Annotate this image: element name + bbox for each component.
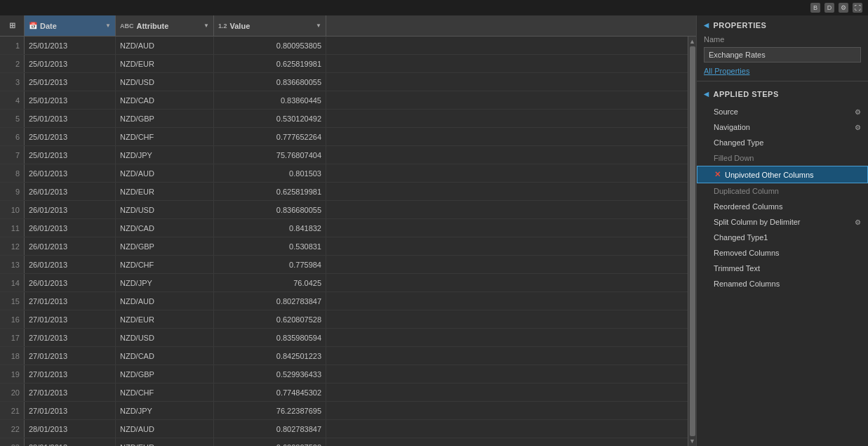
- cell-date: 28/01/2013: [25, 438, 116, 446]
- cell-rownum: 22: [0, 420, 25, 438]
- cell-attribute: NZD/CAD: [116, 219, 214, 237]
- cell-date: 26/01/2013: [25, 219, 116, 237]
- cell-rownum: 3: [0, 73, 25, 91]
- table-row: 10 26/01/2013 NZD/USD 0.836680055: [0, 201, 688, 219]
- step-item-unpivoted[interactable]: ✕Unpivoted Other Columns: [697, 166, 868, 183]
- cell-value: 0.802783847: [214, 420, 326, 438]
- cell-value: 0.83860445: [214, 91, 326, 109]
- settings-icon[interactable]: ⚙: [839, 3, 848, 13]
- table-row: 20 27/01/2013 NZD/CHF 0.774845302: [0, 383, 688, 402]
- cell-date: 27/01/2013: [25, 310, 116, 328]
- all-properties-link[interactable]: All Properties: [697, 65, 868, 81]
- table-row: 16 27/01/2013 NZD/EUR 0.620807528: [0, 310, 688, 329]
- step-item-removed_columns[interactable]: Removed Columns: [697, 245, 868, 261]
- table-scrollbar[interactable]: ▲ ▼: [688, 37, 696, 446]
- step-item-split_column[interactable]: Split Column by Delimiter⚙: [697, 214, 868, 230]
- table-row: 14 26/01/2013 NZD/JPY 76.0425: [0, 274, 688, 292]
- step-item-source[interactable]: Source⚙: [697, 104, 868, 119]
- cell-attribute: NZD/AUD: [116, 292, 214, 310]
- table-row: 5 25/01/2013 NZD/GBP 0.530120492: [0, 110, 688, 128]
- applied-steps-label: APPLIED STEPS: [714, 90, 779, 98]
- col-header-value-label: Value: [230, 22, 251, 30]
- step-label-split_column: Split Column by Delimiter: [714, 218, 800, 226]
- table-row: 17 27/01/2013 NZD/USD 0.835980594: [0, 329, 688, 347]
- cell-rownum: 6: [0, 128, 25, 145]
- date-dropdown-icon[interactable]: ▼: [105, 22, 111, 29]
- col-header-date[interactable]: 📅 Date ▼: [25, 15, 116, 36]
- step-gear-icon-split_column[interactable]: ⚙: [855, 218, 861, 226]
- cell-attribute: NZD/EUR: [116, 310, 214, 328]
- attr-dropdown-icon[interactable]: ▼: [203, 22, 209, 29]
- properties-label: PROPERTIES: [714, 21, 767, 29]
- cell-value: 0.836680055: [214, 201, 326, 218]
- cell-rownum: 5: [0, 110, 25, 127]
- scroll-thumb[interactable]: [690, 46, 695, 436]
- step-item-filled_down[interactable]: Filled Down: [697, 150, 868, 166]
- cell-value: 0.774845302: [214, 383, 326, 401]
- table-row: 15 27/01/2013 NZD/AUD 0.802783847: [0, 292, 688, 310]
- step-item-changed_type[interactable]: Changed Type: [697, 135, 868, 150]
- cell-rownum: 8: [0, 164, 25, 182]
- cell-date: 27/01/2013: [25, 329, 116, 346]
- right-panel: ◀ PROPERTIES Name Exchange Rates All Pro…: [696, 15, 868, 446]
- cell-value: 0.620807528: [214, 310, 326, 328]
- scroll-down-arrow[interactable]: ▼: [689, 438, 696, 445]
- cell-attribute: NZD/AUD: [116, 37, 214, 54]
- properties-triangle-icon: ◀: [704, 22, 709, 29]
- step-item-trimmed_text[interactable]: Trimmed Text: [697, 261, 868, 276]
- val-dropdown-icon[interactable]: ▼: [316, 22, 321, 29]
- cell-value: 0.775984: [214, 256, 326, 273]
- table-row: 2 25/01/2013 NZD/EUR 0.625819981: [0, 55, 688, 73]
- col-header-attribute[interactable]: ABC Attribute ▼: [116, 15, 214, 36]
- cell-rownum: 20: [0, 383, 25, 401]
- step-item-renamed_columns[interactable]: Renamed Columns: [697, 276, 868, 291]
- step-label-source: Source: [714, 107, 738, 116]
- table-area: ⊞ 📅 Date ▼ ABC Attribute ▼ 1.2 Value ▼ 1: [0, 15, 696, 446]
- cell-rownum: 7: [0, 146, 25, 164]
- cell-date: 25/01/2013: [25, 110, 116, 127]
- cell-value: 0.841832: [214, 219, 326, 237]
- cell-date: 27/01/2013: [25, 292, 116, 310]
- step-item-reordered[interactable]: Reordered Columns: [697, 199, 868, 214]
- cell-attribute: NZD/USD: [116, 201, 214, 218]
- applied-steps-triangle-icon: ◀: [704, 91, 709, 98]
- cell-rownum: 14: [0, 274, 25, 291]
- table-row: 7 25/01/2013 NZD/JPY 75.76807404: [0, 146, 688, 164]
- cell-date: 27/01/2013: [25, 383, 116, 401]
- scroll-up-arrow[interactable]: ▲: [689, 38, 696, 45]
- cell-rownum: 1: [0, 37, 25, 54]
- cell-attribute: NZD/GBP: [116, 365, 214, 383]
- table-row: 9 26/01/2013 NZD/EUR 0.625819981: [0, 183, 688, 201]
- step-gear-icon-source[interactable]: ⚙: [855, 108, 861, 116]
- cell-rownum: 4: [0, 91, 25, 109]
- cell-value: 0.835980594: [214, 329, 326, 346]
- cell-rownum: 9: [0, 183, 25, 200]
- cell-date: 25/01/2013: [25, 146, 116, 164]
- maximize-icon[interactable]: ⛶: [853, 3, 862, 13]
- properties-section-header: ◀ PROPERTIES: [697, 15, 868, 34]
- cell-value: 0.777652264: [214, 128, 326, 145]
- table-row: 6 25/01/2013 NZD/CHF 0.777652264: [0, 128, 688, 146]
- table-row: 12 26/01/2013 NZD/GBP 0.530831: [0, 237, 688, 256]
- step-label-duplicated: Duplicated Column: [714, 187, 779, 195]
- cell-value: 0.836680055: [214, 73, 326, 91]
- table-row: 8 26/01/2013 NZD/AUD 0.801503: [0, 164, 688, 183]
- step-label-reordered: Reordered Columns: [714, 202, 782, 211]
- cell-rownum: 19: [0, 365, 25, 383]
- step-gear-icon-navigation[interactable]: ⚙: [855, 124, 861, 131]
- step-item-navigation[interactable]: Navigation⚙: [697, 119, 868, 135]
- step-item-changed_type1[interactable]: Changed Type1: [697, 230, 868, 245]
- cell-value: 0.529936433: [214, 365, 326, 383]
- col-header-value[interactable]: 1.2 Value ▼: [214, 15, 326, 36]
- step-item-duplicated[interactable]: Duplicated Column: [697, 183, 868, 199]
- cell-value: 0.842501223: [214, 347, 326, 365]
- cell-date: 25/01/2013: [25, 55, 116, 72]
- table-row: 11 26/01/2013 NZD/CAD 0.841832: [0, 219, 688, 237]
- step-label-trimmed_text: Trimmed Text: [714, 264, 760, 273]
- cell-attribute: NZD/AUD: [116, 164, 214, 182]
- name-value[interactable]: Exchange Rates: [704, 47, 861, 63]
- cell-attribute: NZD/CHF: [116, 256, 214, 273]
- table-row: 3 25/01/2013 NZD/USD 0.836680055: [0, 73, 688, 91]
- cell-value: 0.625819981: [214, 183, 326, 200]
- cell-attribute: NZD/GBP: [116, 110, 214, 127]
